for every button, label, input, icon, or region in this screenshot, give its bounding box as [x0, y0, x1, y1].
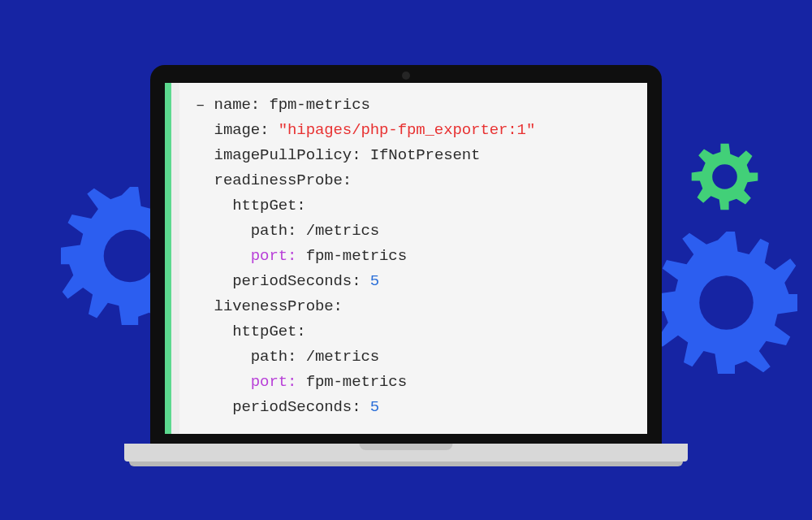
- code-line: imagePullPolicy: IfNotPresent: [196, 146, 480, 164]
- laptop-bezel: – name: fpm-metrics image: "hipages/php-…: [150, 65, 662, 444]
- gear-icon: [655, 232, 797, 378]
- code-line: port: fpm-metrics: [196, 373, 407, 391]
- code-line: httpGet:: [196, 323, 306, 340]
- laptop-base: [124, 444, 688, 462]
- code-line: periodSeconds: 5: [196, 272, 379, 290]
- laptop-illustration: – name: fpm-metrics image: "hipages/php-…: [150, 65, 662, 462]
- svg-point-0: [104, 230, 157, 283]
- code-editor-screen: – name: fpm-metrics image: "hipages/php-…: [165, 83, 647, 434]
- code-content: – name: fpm-metrics image: "hipages/php-…: [179, 83, 647, 434]
- svg-point-2: [712, 164, 737, 189]
- code-line: readinessProbe:: [196, 171, 352, 189]
- code-line: – name: fpm-metrics: [196, 96, 370, 114]
- code-line: image: "hipages/php-fpm_exporter:1": [196, 121, 535, 139]
- editor-gutter: [171, 83, 179, 434]
- code-line: periodSeconds: 5: [196, 398, 379, 416]
- code-line: port: fpm-metrics: [196, 247, 407, 265]
- code-line: livenessProbe:: [196, 297, 343, 315]
- svg-point-1: [699, 275, 754, 330]
- editor-gutter-highlight: [165, 83, 171, 434]
- code-line: path: /metrics: [196, 348, 379, 366]
- code-line: httpGet:: [196, 197, 306, 214]
- camera-icon: [402, 72, 410, 80]
- code-line: path: /metrics: [196, 222, 379, 240]
- gear-icon: [690, 142, 759, 215]
